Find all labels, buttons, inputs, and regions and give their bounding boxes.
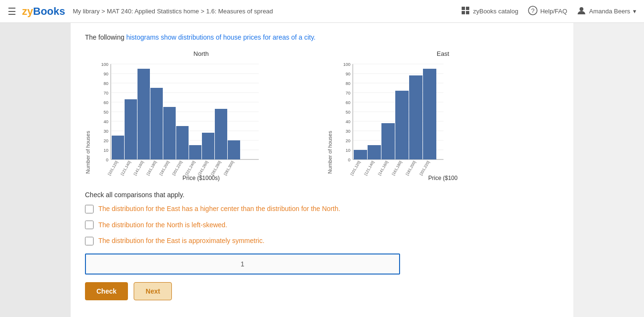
svg-text:0: 0 bbox=[348, 158, 350, 162]
user-icon bbox=[577, 6, 586, 17]
svg-text:40: 40 bbox=[104, 119, 108, 124]
help-faq-button[interactable]: ? Help/FAQ bbox=[528, 6, 567, 17]
east-bar-4 bbox=[395, 91, 409, 159]
east-chart-container: East Number of houses 100 90 80 bbox=[327, 50, 560, 181]
user-menu-button[interactable]: Amanda Beers ▾ bbox=[577, 6, 636, 17]
checkbox-item-3[interactable]: The distribution for the East is approxi… bbox=[85, 236, 559, 246]
menu-icon[interactable]: ☰ bbox=[8, 6, 16, 17]
checkbox-3[interactable] bbox=[85, 237, 94, 245]
checkbox-2[interactable] bbox=[85, 221, 94, 229]
svg-text:10: 10 bbox=[104, 148, 108, 153]
svg-rect-3 bbox=[466, 11, 469, 14]
svg-text:90: 90 bbox=[345, 72, 350, 76]
north-bar-8 bbox=[202, 133, 214, 159]
north-bar-6 bbox=[176, 126, 189, 159]
north-chart-svg: 100 90 80 70 60 50 40 bbox=[92, 59, 264, 174]
east-chart-inner: 100 90 80 70 60 50 40 bbox=[334, 59, 560, 174]
north-bar-9 bbox=[215, 109, 227, 159]
checkbox-item-2[interactable]: The distribution for the North is left-s… bbox=[85, 221, 559, 230]
east-chart-title: East bbox=[327, 50, 560, 57]
svg-text:30: 30 bbox=[104, 129, 108, 134]
north-chart-title: North bbox=[85, 50, 317, 57]
checkbox-item-1[interactable]: The distribution for the East has a high… bbox=[85, 204, 559, 214]
svg-rect-0 bbox=[462, 7, 465, 10]
user-label: Amanda Beers bbox=[589, 8, 630, 15]
east-chart-svg: 100 90 80 70 60 50 40 bbox=[334, 59, 448, 174]
svg-text:[181,200]: [181,200] bbox=[158, 160, 170, 176]
question-intro: The following histograms show distributi… bbox=[85, 32, 559, 42]
logo: zyBooks bbox=[22, 5, 65, 18]
east-bar-6 bbox=[423, 69, 436, 159]
check-button[interactable]: Check bbox=[85, 282, 128, 300]
svg-text:?: ? bbox=[531, 7, 534, 14]
north-bar-3 bbox=[137, 69, 150, 159]
checkbox-1[interactable] bbox=[85, 205, 94, 213]
zybooks-catalog-button[interactable]: zyBooks catalog bbox=[461, 6, 518, 17]
east-bar-2 bbox=[368, 145, 381, 159]
east-y-axis-label: Number of houses bbox=[327, 131, 333, 174]
svg-text:[121,140]: [121,140] bbox=[120, 160, 131, 176]
east-bar-3 bbox=[381, 123, 395, 159]
sidebar-left bbox=[0, 23, 71, 317]
svg-text:40: 40 bbox=[345, 119, 350, 124]
east-chart-wrap: Number of houses 100 90 80 70 bbox=[327, 59, 560, 174]
header: ☰ zyBooks My library > MAT 240: Applied … bbox=[0, 0, 644, 23]
check-all-label: Check all comparisons that apply. bbox=[85, 191, 559, 199]
east-bar-1 bbox=[354, 150, 367, 159]
svg-text:[261,280]: [261,280] bbox=[210, 160, 222, 176]
north-y-axis-label: Number of houses bbox=[85, 131, 91, 174]
svg-text:[121,140]: [121,140] bbox=[363, 160, 375, 176]
logo-books: Books bbox=[33, 5, 65, 17]
north-chart-wrap: Number of houses 100 90 80 bbox=[85, 59, 317, 174]
svg-text:[181,200]: [181,200] bbox=[405, 160, 416, 176]
svg-text:[241,260]: [241,260] bbox=[197, 160, 209, 176]
svg-text:[281,300]: [281,300] bbox=[223, 160, 234, 176]
svg-text:100: 100 bbox=[343, 62, 350, 67]
svg-text:20: 20 bbox=[104, 138, 108, 143]
north-x-axis-label: Price ($1000s) bbox=[85, 175, 317, 181]
svg-text:[201,220]: [201,220] bbox=[419, 160, 430, 176]
svg-rect-2 bbox=[462, 11, 465, 14]
main-container: The following histograms show distributi… bbox=[0, 23, 644, 317]
answer-input-wrap bbox=[85, 254, 559, 275]
north-bar-2 bbox=[125, 99, 137, 159]
svg-text:80: 80 bbox=[104, 81, 108, 86]
svg-text:80: 80 bbox=[345, 81, 350, 86]
header-right: zyBooks catalog ? Help/FAQ Amanda Beers … bbox=[461, 6, 636, 17]
svg-text:50: 50 bbox=[104, 110, 108, 115]
help-label: Help/FAQ bbox=[540, 8, 567, 15]
intro-text: The following bbox=[85, 33, 126, 41]
buttons-row: Check Next bbox=[85, 282, 559, 300]
sidebar-right bbox=[573, 23, 644, 317]
svg-text:30: 30 bbox=[345, 129, 350, 134]
svg-text:0: 0 bbox=[106, 158, 108, 162]
answer-input[interactable] bbox=[85, 254, 400, 275]
svg-text:70: 70 bbox=[104, 91, 108, 95]
checkbox-label-1: The distribution for the East has a high… bbox=[98, 204, 340, 214]
next-button[interactable]: Next bbox=[134, 282, 172, 300]
north-bar-1 bbox=[112, 136, 124, 159]
svg-rect-1 bbox=[466, 7, 469, 10]
svg-text:10: 10 bbox=[345, 148, 350, 153]
logo-zy: zy bbox=[22, 5, 33, 17]
east-x-axis-label: Price ($100 bbox=[327, 175, 560, 181]
catalog-icon bbox=[461, 6, 470, 17]
checkbox-label-2: The distribution for the North is left-s… bbox=[98, 221, 227, 230]
north-bar-7 bbox=[189, 145, 201, 159]
svg-text:50: 50 bbox=[345, 110, 350, 115]
svg-text:[101,120]: [101,120] bbox=[107, 160, 118, 176]
intro-highlight: histograms show distributions of house p… bbox=[126, 33, 316, 41]
east-bar-5 bbox=[409, 75, 422, 159]
svg-text:60: 60 bbox=[345, 100, 350, 105]
svg-text:20: 20 bbox=[345, 138, 350, 143]
help-icon: ? bbox=[528, 6, 538, 17]
north-bar-4 bbox=[150, 88, 163, 159]
svg-text:70: 70 bbox=[345, 91, 350, 95]
chevron-down-icon: ▾ bbox=[633, 8, 636, 15]
svg-text:[221,240]: [221,240] bbox=[184, 160, 196, 176]
svg-text:60: 60 bbox=[104, 100, 108, 105]
north-chart-inner: 100 90 80 70 60 50 40 bbox=[92, 59, 317, 174]
header-left: ☰ zyBooks My library > MAT 240: Applied … bbox=[8, 5, 461, 18]
north-bar-5 bbox=[163, 107, 176, 159]
checkbox-label-3: The distribution for the East is approxi… bbox=[98, 236, 264, 246]
